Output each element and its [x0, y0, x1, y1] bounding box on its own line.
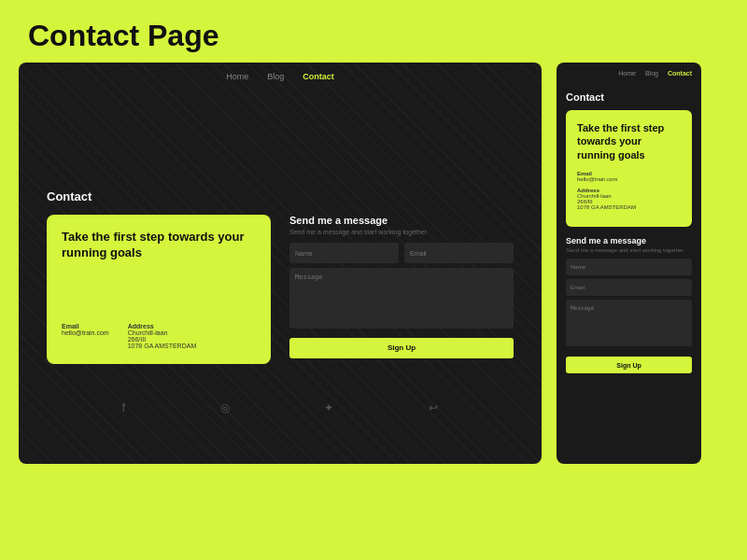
desktop-email-value: hello@train.com [62, 329, 109, 336]
desktop-submit-button[interactable]: Sign Up [289, 338, 514, 358]
footer-twitter-icon[interactable]: ✦ [324, 401, 333, 414]
desktop-main-content: Contact Take the first step towards your… [19, 175, 542, 379]
footer-instagram-icon[interactable]: ◎ [220, 401, 230, 414]
mobile-form-title: Send me a message [566, 236, 692, 245]
desktop-card-title: Take the first step towards your running… [62, 230, 256, 261]
mobile-address-block: Address Churchill-laan266/III1078 GA AMS… [577, 188, 681, 210]
desktop-address-value: Churchill-laan266/III1078 GA AMSTERDAM [128, 329, 197, 349]
desktop-footer: f ◎ ✦ ↩ [19, 388, 542, 427]
mobile-info-card: Take the first step towards your running… [566, 110, 692, 227]
desktop-card-info: Email hello@train.com Address Churchill-… [62, 323, 256, 349]
desktop-email-input[interactable] [404, 243, 514, 263]
mockups-container: Home Blog Contact Contact Take the first… [0, 63, 747, 464]
desktop-address-block: Address Churchill-laan266/III1078 GA AMS… [128, 323, 197, 349]
desktop-email-block: Email hello@train.com [62, 323, 109, 349]
desktop-form-title: Send me a message [289, 215, 514, 226]
desktop-info-card: Take the first step towards your running… [47, 215, 271, 364]
desktop-name-input[interactable] [289, 243, 399, 263]
mobile-nav-contact[interactable]: Contact [668, 70, 692, 77]
desktop-contact-heading: Contact [47, 189, 514, 203]
desktop-email-label: Email [62, 323, 109, 329]
mobile-nav-home[interactable]: Home [618, 70, 636, 77]
desktop-message-input[interactable] [289, 268, 514, 329]
mobile-nav-blog[interactable]: Blog [645, 70, 658, 77]
desktop-two-col: Take the first step towards your running… [47, 215, 514, 364]
mobile-card-title: Take the first step towards your running… [577, 121, 681, 161]
desktop-nav-contact[interactable]: Contact [303, 72, 334, 81]
mobile-email-block: Email hello@train.com [577, 171, 681, 182]
desktop-mockup: Home Blog Contact Contact Take the first… [19, 63, 542, 464]
desktop-form-subtitle: Send me a message and start working toge… [289, 229, 514, 235]
mobile-form-section: Send me a message Send me a message and … [566, 236, 692, 374]
mobile-main-content: Contact Take the first step towards your… [557, 84, 701, 381]
desktop-form-name-email-row [289, 243, 514, 263]
mobile-contact-heading: Contact [566, 91, 692, 103]
desktop-form-section: Send me a message Send me a message and … [289, 215, 514, 364]
page-title: Contact Page [0, 0, 747, 63]
mobile-message-input[interactable] [566, 300, 692, 346]
desktop-address-label: Address [128, 323, 197, 329]
desktop-nav-home[interactable]: Home [226, 72, 248, 81]
mobile-form-subtitle: Send me a message and start working toge… [566, 247, 692, 253]
mobile-address-value: Churchill-laan266/III1078 GA AMSTERDAM [577, 193, 681, 210]
desktop-hero [19, 91, 542, 175]
desktop-nav-blog[interactable]: Blog [267, 72, 284, 81]
mobile-mockup: Home Blog Contact Contact Take the first… [557, 63, 701, 464]
footer-other-icon[interactable]: ↩ [429, 401, 438, 414]
mobile-email-value: hello@train.com [577, 176, 681, 182]
desktop-nav: Home Blog Contact [19, 63, 542, 91]
mobile-nav: Home Blog Contact [557, 63, 701, 84]
mobile-name-input[interactable] [566, 259, 692, 275]
mobile-email-input[interactable] [566, 279, 692, 296]
mobile-submit-button[interactable]: Sign Up [566, 357, 692, 373]
footer-facebook-icon[interactable]: f [122, 401, 125, 414]
